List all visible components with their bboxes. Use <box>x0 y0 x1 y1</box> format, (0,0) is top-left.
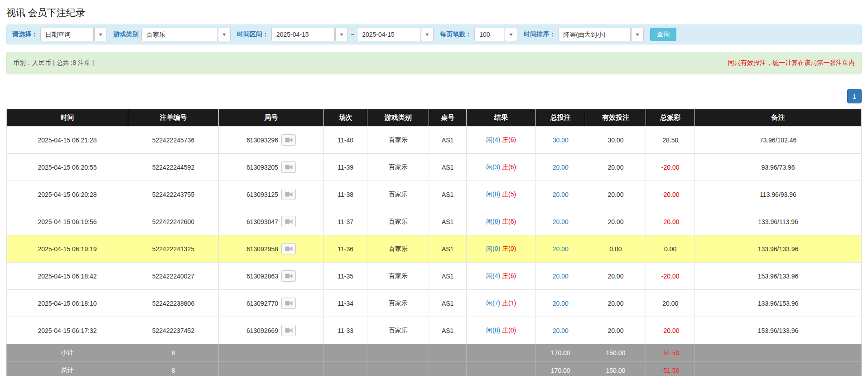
cell-round-id: 613093125 <box>218 181 323 208</box>
cell-session: 11-37 <box>324 208 367 235</box>
cell-bet-id: 522422243755 <box>128 181 218 208</box>
cell-total-bet: 20.00 <box>536 208 585 235</box>
video-replay-icon[interactable] <box>281 161 296 173</box>
empty-cell <box>218 344 323 362</box>
empty-cell <box>324 362 367 376</box>
chevron-down-icon[interactable] <box>505 28 517 41</box>
banker-result: 庄(0) <box>502 327 516 334</box>
round-number: 613093296 <box>246 137 278 144</box>
page-size-value[interactable]: 100 <box>474 28 504 41</box>
cell-game-type: 百家乐 <box>367 208 429 235</box>
payout-value: -20.00 <box>661 327 680 334</box>
video-replay-icon[interactable] <box>281 298 296 309</box>
cell-total-bet: 30.00 <box>536 127 585 154</box>
date-from-value[interactable]: 2025-04-15 <box>271 28 335 41</box>
subtotal-count: 8 <box>128 344 218 362</box>
page: 视讯 会员下注纪录 请选择： 日期查询 游戏类别 百家乐 时间区间： 2025-… <box>0 6 868 376</box>
cell-table-no: AS1 <box>429 208 467 235</box>
cell-game-type: 百家乐 <box>367 127 429 154</box>
page-size-combo: 100 <box>474 28 517 41</box>
chevron-down-icon[interactable] <box>335 28 348 41</box>
video-replay-icon[interactable] <box>281 243 296 254</box>
video-replay-icon[interactable] <box>281 189 296 200</box>
total-bet-link[interactable]: 20.00 <box>553 164 569 171</box>
total-bet-link[interactable]: 20.00 <box>553 191 569 198</box>
game-type-label: 游戏类别 <box>113 30 139 39</box>
cell-bet-id: 522422238806 <box>128 290 218 317</box>
table-row: 2025-04-15 06:18:10522422238806613092770… <box>7 290 862 317</box>
search-button[interactable]: 查询 <box>650 28 676 41</box>
video-replay-icon[interactable] <box>281 325 296 336</box>
table-body: 2025-04-15 06:21:28522422245736613093296… <box>7 127 862 344</box>
table-header: 时间 注单编号 局号 场次 游戏类别 桌号 结果 总投注 有效投注 总派彩 备注 <box>7 109 862 127</box>
total-bet-link[interactable]: 20.00 <box>553 327 569 334</box>
chevron-down-icon[interactable] <box>94 28 107 41</box>
cell-remark: 133.96/133.96 <box>694 235 861 263</box>
header-row: 时间 注单编号 局号 场次 游戏类别 桌号 结果 总投注 有效投注 总派彩 备注 <box>7 109 862 127</box>
banker-result: 庄(1) <box>502 299 516 307</box>
total-bet-link[interactable]: 20.00 <box>553 245 569 253</box>
cell-result: 闲(0) 庄(0) <box>467 235 536 263</box>
header-valid-bet: 有效投注 <box>585 109 646 127</box>
video-replay-icon[interactable] <box>281 270 296 282</box>
caret-shape <box>99 34 102 36</box>
cell-valid-bet: 20.00 <box>585 290 646 317</box>
total-valid-bet: 150.00 <box>585 362 646 376</box>
payout-value: -20.00 <box>661 218 680 225</box>
query-type-value[interactable]: 日期查询 <box>40 28 94 41</box>
cell-payout: -20.00 <box>646 263 695 290</box>
game-type-combo: 百家乐 <box>141 28 231 41</box>
cell-time: 2025-04-15 06:18:10 <box>7 290 128 317</box>
empty-cell <box>367 362 429 376</box>
cell-remark: 113.96/93.96 <box>694 181 861 208</box>
sort-value[interactable]: 降幂(由大到小) <box>558 28 631 41</box>
cell-total-bet: 20.00 <box>536 181 585 208</box>
cell-payout: -20.00 <box>646 208 695 235</box>
chevron-down-icon[interactable] <box>218 28 231 41</box>
table-row: 2025-04-15 06:20:55522422244592613093205… <box>7 154 862 181</box>
cell-result: 闲(8) 庄(0) <box>467 317 536 344</box>
page-button-1[interactable]: 1 <box>847 89 862 103</box>
cell-remark: 133.96/153.96 <box>694 290 861 317</box>
sort-combo: 降幂(由大到小) <box>558 28 644 41</box>
table-row: 2025-04-15 06:18:42522422240027613092863… <box>7 263 862 290</box>
cell-table-no: AS1 <box>429 181 467 208</box>
total-bet-link[interactable]: 30.00 <box>553 137 569 144</box>
query-type-label: 请选择： <box>12 30 38 39</box>
cell-game-type: 百家乐 <box>367 154 429 181</box>
total-bet-link[interactable]: 20.00 <box>553 218 569 225</box>
bet-records-table: 时间 注单编号 局号 场次 游戏类别 桌号 结果 总投注 有效投注 总派彩 备注… <box>6 109 862 376</box>
video-replay-icon[interactable] <box>281 216 296 227</box>
cell-session: 11-40 <box>324 127 367 154</box>
cell-round-id: 613093296 <box>218 127 323 154</box>
round-number: 613093047 <box>246 218 278 225</box>
cell-bet-id: 522422244592 <box>128 154 218 181</box>
chevron-down-icon[interactable] <box>631 28 644 41</box>
cell-valid-bet: 20.00 <box>585 317 646 344</box>
total-bet-link[interactable]: 20.00 <box>553 300 569 307</box>
player-result: 闲(8) <box>486 218 500 225</box>
empty-cell <box>218 362 323 376</box>
page-size-group: 每页笔数： 100 <box>440 28 517 41</box>
cell-bet-id: 522422237452 <box>128 317 218 344</box>
date-to-value[interactable]: 2025-04-15 <box>357 28 420 41</box>
cell-payout: -20.00 <box>646 154 695 181</box>
player-result: 闲(4) <box>486 272 500 279</box>
game-type-value[interactable]: 百家乐 <box>141 28 217 41</box>
video-replay-icon[interactable] <box>281 134 296 146</box>
cell-table-no: AS1 <box>429 263 467 290</box>
chevron-down-icon[interactable] <box>421 28 434 41</box>
query-type-combo: 日期查询 <box>40 28 107 41</box>
caret-shape <box>340 34 343 36</box>
total-row: 总计 8 170.00 150.00 -51.50 <box>7 362 862 376</box>
cell-table-no: AS1 <box>429 317 467 344</box>
cell-bet-id: 522422241325 <box>128 235 218 263</box>
header-payout: 总派彩 <box>646 109 695 127</box>
date-range-label: 时间区间： <box>237 30 269 39</box>
total-bet-link[interactable]: 20.00 <box>553 273 569 280</box>
cell-session: 11-38 <box>324 181 367 208</box>
game-type-group: 游戏类别 百家乐 <box>113 28 231 41</box>
cell-remark: 153.96/133.96 <box>694 317 861 344</box>
cell-bet-id: 522422242600 <box>128 208 218 235</box>
cell-total-bet: 20.00 <box>536 317 585 344</box>
